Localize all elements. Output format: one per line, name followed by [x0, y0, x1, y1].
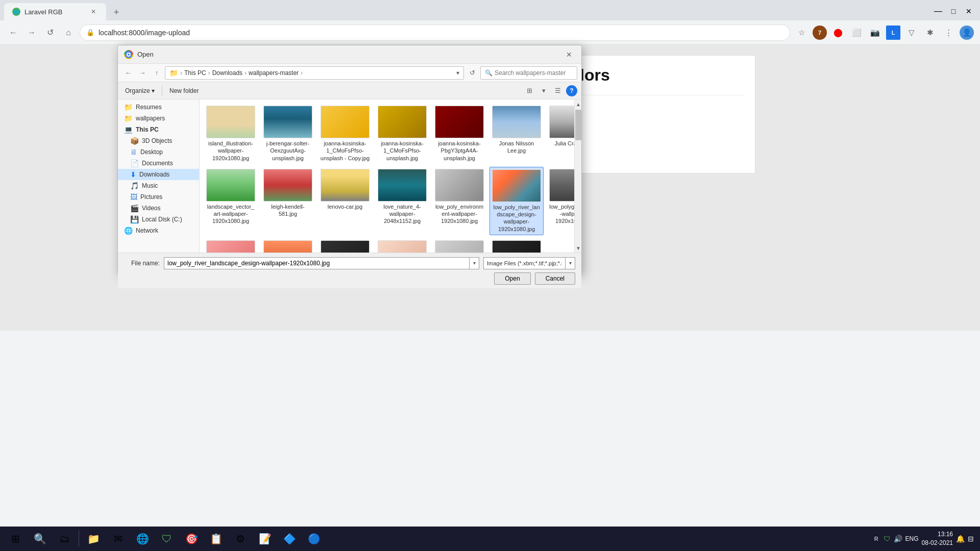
security-button[interactable]: 🛡: [156, 528, 178, 550]
dialog-up-button[interactable]: ↑: [151, 67, 163, 79]
sidebar-item-music[interactable]: 🎵 Music: [118, 180, 199, 191]
taskbar-volume-icon[interactable]: 🔊: [894, 535, 902, 543]
scrollbar-thumb[interactable]: [575, 110, 581, 140]
sidebar-item-downloads[interactable]: ⬇ Downloads: [118, 169, 199, 180]
menu-icon[interactable]: ⋮: [941, 26, 955, 40]
file-item[interactable]: island_illustration-wallpaper-980x551.…: [204, 104, 258, 164]
file-item[interactable]: joanna-kosinska-PbgY3ptgA4A-unsplash.jpg: [432, 104, 486, 164]
dialog-toolbar: Organize ▾ New folder ⊞ ▾ ☰ ?: [118, 82, 581, 99]
extension5-icon[interactable]: ▽: [904, 26, 919, 40]
dialog-cancel-button[interactable]: Cancel: [535, 272, 575, 285]
dialog-back-button[interactable]: ←: [122, 67, 134, 79]
sidebar-item-wallpapers[interactable]: 📁 wallpapers: [118, 113, 199, 124]
sidebar-item-localdisk[interactable]: 💾 Local Disk (C:): [118, 214, 199, 225]
task-view-button[interactable]: 🗂: [53, 528, 76, 550]
file-item[interactable]: low_poly_environment-wallpaper-980x551…: [432, 167, 486, 235]
file-item[interactable]: [432, 238, 486, 253]
edge-button[interactable]: 🌐: [131, 528, 154, 550]
extension3-icon[interactable]: 📷: [868, 26, 882, 40]
scrollbar-up[interactable]: ▲: [575, 99, 582, 109]
filename-dropdown[interactable]: ▾: [469, 257, 479, 269]
mail-button[interactable]: ✉: [107, 528, 129, 550]
notepad-button[interactable]: 📝: [254, 528, 276, 550]
file-item[interactable]: leigh-kendell-581.jpg: [261, 167, 315, 235]
filetype-dropdown[interactable]: ▾: [565, 257, 575, 269]
extension4-icon[interactable]: L: [886, 26, 900, 40]
refresh-button[interactable]: ↺: [43, 26, 57, 40]
profile-icon[interactable]: 7: [813, 26, 827, 40]
file-item[interactable]: Jonas Nilsson Lee.jpg: [489, 104, 544, 164]
dialog-scrollbar[interactable]: ▲ ▼: [574, 99, 581, 253]
address-bar[interactable]: 🔒 localhost:8000/image-upload: [80, 24, 790, 41]
dialog-refresh-button[interactable]: ↺: [466, 67, 478, 79]
app8-button[interactable]: 🔷: [278, 528, 301, 550]
view-tiles-button[interactable]: ⊞: [523, 85, 535, 97]
file-item[interactable]: [375, 238, 429, 253]
sidebar-item-thispc[interactable]: 💻 This PC: [118, 124, 199, 135]
file-explorer-button[interactable]: 📁: [82, 528, 105, 550]
dialog-main-area[interactable]: island_illustration-wallpaper-980x551.…: [200, 99, 574, 253]
breadcrumb-wallpapers[interactable]: wallpapers-master: [249, 69, 299, 77]
sidebar-item-network[interactable]: 🌐 Network: [118, 225, 199, 236]
file-item[interactable]: Julia Craice.jpg: [547, 104, 574, 164]
filename-input[interactable]: [164, 257, 469, 269]
file-item[interactable]: [489, 238, 544, 253]
sidebar-item-resumes[interactable]: 📁 Resumes: [118, 102, 199, 113]
show-desktop-button[interactable]: ⊟: [968, 535, 974, 543]
back-button[interactable]: ←: [6, 26, 20, 40]
search-button[interactable]: 🔍: [29, 528, 51, 550]
settings-button[interactable]: ⚙: [229, 528, 252, 550]
help-button[interactable]: ?: [566, 85, 577, 96]
filetype-input[interactable]: [483, 257, 565, 269]
file-item[interactable]: [261, 238, 315, 253]
notification-button[interactable]: 🔔: [956, 535, 965, 543]
file-item[interactable]: [318, 238, 372, 253]
file-item[interactable]: lenovo-car.jpg: [318, 167, 372, 235]
file-item[interactable]: low_polygonal_wolf-wallpaper-980x551.j…: [547, 167, 574, 235]
start-button[interactable]: ⊞: [4, 528, 27, 550]
breadcrumb-bar[interactable]: 📁 › This PC › Downloads › wallpapers-mas…: [165, 66, 464, 80]
extension1-icon[interactable]: ⬤: [831, 26, 845, 40]
new-folder-button[interactable]: New folder: [166, 86, 202, 95]
dialog-close-button[interactable]: ✕: [563, 48, 575, 61]
dialog-open-button[interactable]: Open: [494, 272, 530, 285]
app5-button[interactable]: 🎯: [180, 528, 203, 550]
breadcrumb-downloads[interactable]: Downloads: [212, 69, 242, 77]
home-button[interactable]: ⌂: [61, 26, 76, 40]
dialog-forward-button[interactable]: →: [136, 67, 149, 79]
sidebar-item-3dobjects[interactable]: 📦 3D Objects: [118, 135, 199, 146]
breadcrumb-dropdown[interactable]: ▾: [456, 69, 459, 77]
close-button[interactable]: ✕: [962, 4, 976, 18]
file-item[interactable]: love_nature_4-wallpaper-2048x1152.jpg: [375, 167, 429, 235]
breadcrumb-thispc[interactable]: This PC: [184, 69, 206, 77]
extension2-icon[interactable]: ⬜: [849, 26, 864, 40]
sidebar-item-pictures[interactable]: 🖼 Pictures: [118, 191, 199, 203]
minimize-button[interactable]: —: [931, 4, 945, 18]
maximize-button[interactable]: □: [946, 4, 961, 18]
view-list-button[interactable]: ☰: [552, 85, 564, 97]
file-item[interactable]: joanna-kosinska-1_CMoFsPfso-unsplash - C…: [318, 104, 372, 164]
chrome-button[interactable]: 🔵: [303, 528, 325, 550]
search-box[interactable]: 🔍: [480, 66, 577, 80]
tab-close-button[interactable]: ✕: [89, 7, 98, 16]
file-item[interactable]: joanna-kosinska-1_CMoFsPfso-unsplash.jpg: [375, 104, 429, 164]
file-item[interactable]: [204, 238, 258, 253]
file-item[interactable]: landscape_vector_art-wallpaper-980x551…: [204, 167, 258, 235]
sidebar-item-desktop[interactable]: 🖥 Desktop: [118, 146, 199, 158]
bookmark-icon[interactable]: ☆: [794, 26, 808, 40]
sidebar-item-videos[interactable]: 🎬 Videos: [118, 203, 199, 214]
view-dropdown-button[interactable]: ▾: [537, 85, 550, 97]
forward-button[interactable]: →: [24, 26, 39, 40]
account-icon[interactable]: 👤: [960, 26, 974, 40]
file-item-selected[interactable]: low_poly_river_landscape_design-wallpape…: [489, 167, 544, 235]
new-tab-button[interactable]: +: [108, 4, 125, 20]
active-tab[interactable]: 🌐 Laravel RGB ✕: [4, 3, 106, 20]
extension6-icon[interactable]: ✱: [923, 26, 937, 40]
scrollbar-down[interactable]: ▼: [575, 243, 582, 253]
search-input[interactable]: [495, 69, 573, 77]
desktop-icon: 🖥: [130, 148, 137, 156]
app6-button[interactable]: 📋: [205, 528, 227, 550]
organize-button[interactable]: Organize ▾: [122, 86, 158, 95]
sidebar-item-documents[interactable]: 📄 Documents: [118, 158, 199, 169]
file-item[interactable]: j-berengar-solter-OexzguutAxg-unsplash.j…: [261, 104, 315, 164]
